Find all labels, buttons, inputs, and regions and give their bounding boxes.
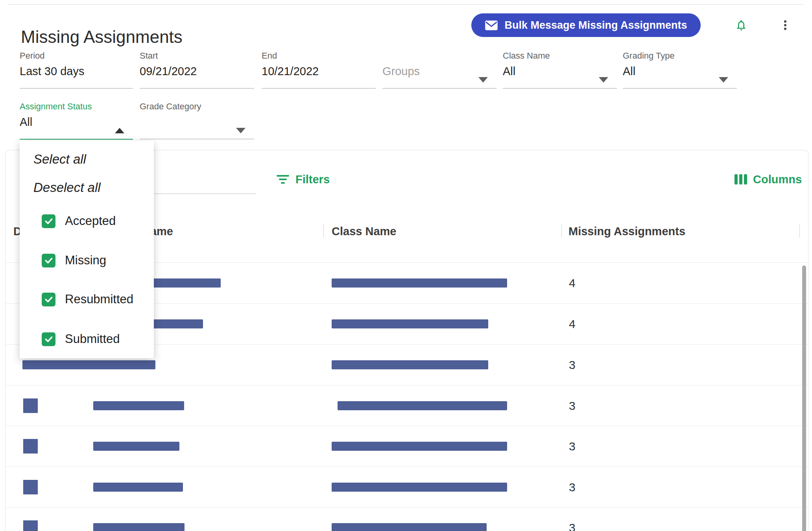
student-name-redacted (93, 401, 184, 410)
header-divider (9, 4, 803, 5)
column-header-class-name[interactable]: Class Name (332, 223, 396, 239)
class-name-select[interactable]: Class Name All (503, 50, 617, 88)
checkbox-checked-icon[interactable] (42, 293, 55, 306)
checkbox-checked-icon[interactable] (42, 254, 55, 267)
missing-count: 3 (569, 426, 576, 467)
missing-count: 3 (569, 345, 576, 385)
columns-icon (734, 173, 747, 185)
chevron-up-icon (115, 128, 124, 133)
status-option-label: Resubmitted (65, 292, 133, 306)
period-value: Last 30 days (20, 65, 133, 88)
missing-count: 4 (569, 263, 576, 304)
assignment-status-dropdown: Select all Deselect all Accepted Missing… (20, 141, 154, 358)
vertical-scrollbar[interactable] (802, 266, 806, 531)
start-date-value: 09/21/2022 (140, 65, 254, 88)
class-name-redacted (332, 523, 487, 531)
groups-select[interactable]: Groups (382, 50, 496, 88)
student-avatar-redacted (23, 398, 38, 413)
class-name-redacted (332, 483, 507, 492)
student-avatar-redacted (23, 520, 38, 531)
chevron-down-icon (719, 77, 728, 83)
student-avatar-redacted (23, 439, 38, 454)
column-divider (799, 224, 800, 238)
status-option-label: Submitted (65, 332, 120, 346)
filters-button[interactable]: Filters (276, 171, 330, 187)
grading-type-label: Grading Type (623, 50, 737, 61)
columns-button[interactable]: Columns (734, 171, 802, 187)
chevron-down-icon (236, 128, 245, 133)
end-date-label: End (262, 50, 376, 61)
table-row[interactable]: 3 (6, 426, 808, 467)
assignment-status-select[interactable]: Assignment Status All (20, 101, 133, 140)
deselect-all-option[interactable]: Deselect all (33, 179, 101, 196)
status-option-label: Missing (65, 253, 106, 267)
envelope-icon (485, 20, 498, 31)
missing-count: 3 (569, 507, 576, 531)
groups-label-spacer (382, 50, 496, 61)
status-option-label: Accepted (65, 214, 116, 228)
status-option-missing[interactable]: Missing (20, 249, 154, 272)
class-name-redacted (332, 442, 507, 451)
grade-category-label: Grade Category (140, 101, 254, 112)
column-divider (561, 224, 562, 238)
groups-placeholder: Groups (382, 65, 420, 77)
class-name-value: All (503, 65, 515, 77)
class-name-redacted (332, 278, 507, 288)
grading-type-select[interactable]: Grading Type All (623, 50, 737, 88)
missing-count: 3 (569, 385, 576, 426)
table-row[interactable]: 3 (6, 507, 808, 531)
filters-label: Filters (295, 173, 330, 186)
end-date-input[interactable]: End 10/21/2022 (262, 50, 376, 88)
start-date-input[interactable]: Start 09/21/2022 (140, 50, 254, 88)
class-name-redacted (338, 401, 507, 410)
column-header-missing-assignments[interactable]: Missing Assignments (568, 223, 685, 239)
class-name-redacted (332, 319, 488, 328)
period-filter[interactable]: Period Last 30 days (20, 50, 133, 88)
student-name-redacted (93, 442, 179, 451)
assignment-status-value: All (20, 116, 32, 128)
bulk-message-button[interactable]: Bulk Message Missing Assignments (471, 13, 701, 37)
class-name-label: Class Name (503, 50, 617, 61)
status-option-accepted[interactable]: Accepted (20, 209, 154, 233)
status-option-submitted[interactable]: Submitted (20, 327, 154, 351)
table-row[interactable]: 3 (6, 466, 808, 508)
student-name-redacted (93, 483, 183, 492)
chevron-down-icon (599, 77, 608, 83)
table-row[interactable]: 3 (6, 385, 808, 426)
student-name-redacted (93, 523, 185, 531)
class-name-redacted (332, 360, 488, 369)
notifications-bell-icon[interactable] (733, 17, 750, 34)
column-divider (323, 224, 324, 238)
missing-count: 4 (569, 304, 576, 345)
start-date-label: Start (140, 50, 254, 61)
missing-count: 3 (569, 467, 576, 508)
checkbox-checked-icon[interactable] (42, 214, 55, 228)
overflow-menu-icon[interactable] (777, 17, 794, 34)
end-date-value: 10/21/2022 (262, 65, 376, 88)
grade-category-select[interactable]: Grade Category (140, 101, 254, 139)
page-title: Missing Assignments (21, 27, 183, 47)
assignment-status-label: Assignment Status (20, 101, 133, 112)
bulk-message-label: Bulk Message Missing Assignments (504, 19, 687, 31)
student-name-redacted (22, 360, 155, 369)
chevron-down-icon (478, 77, 488, 83)
status-option-resubmitted[interactable]: Resubmitted (20, 288, 154, 311)
grading-type-value: All (623, 65, 635, 77)
select-all-option[interactable]: Select all (33, 151, 86, 168)
checkbox-checked-icon[interactable] (42, 332, 55, 346)
student-avatar-redacted (23, 480, 38, 494)
period-label: Period (20, 50, 133, 61)
columns-label: Columns (753, 173, 802, 186)
filter-lines-icon (276, 173, 290, 185)
